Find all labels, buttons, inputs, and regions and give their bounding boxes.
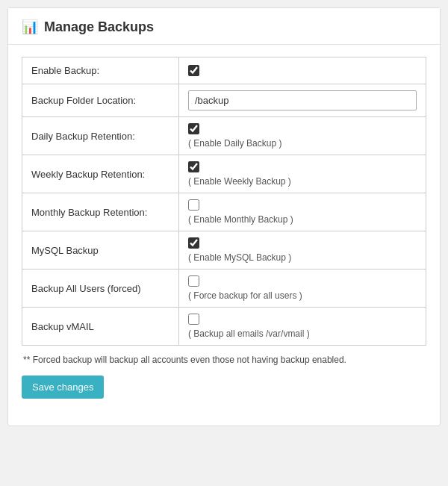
checkbox-backup-all-users[interactable] bbox=[188, 275, 199, 287]
checkbox-weekly-backup-retention[interactable] bbox=[188, 161, 199, 172]
footnote: ** Forced backup will backup all account… bbox=[22, 355, 426, 365]
checkbox-enable-backup[interactable] bbox=[188, 65, 199, 76]
checkbox-mysql-backup[interactable] bbox=[188, 237, 199, 249]
save-changes-button[interactable]: Save changes bbox=[22, 376, 104, 399]
table-row: Backup vMAIL( Backup all emails /var/vma… bbox=[22, 308, 426, 346]
page-title: Manage Backups bbox=[44, 19, 154, 35]
value-cell-mysql-backup: ( Enable MySQL Backup ) bbox=[179, 231, 426, 270]
checkbox-wrapper-mysql-backup: ( Enable MySQL Backup ) bbox=[188, 237, 417, 263]
settings-table: Enable Backup:Backup Folder Location:Dai… bbox=[22, 57, 426, 346]
label-cell-backup-all-users: Backup All Users (forced) bbox=[22, 270, 179, 308]
checkbox-label-weekly-backup-retention: ( Enable Weekly Backup ) bbox=[188, 176, 417, 187]
label-cell-backup-folder-location: Backup Folder Location: bbox=[22, 84, 179, 117]
checkbox-backup-vmail[interactable] bbox=[188, 314, 199, 325]
checkbox-row bbox=[188, 199, 417, 211]
table-row: MySQL Backup( Enable MySQL Backup ) bbox=[22, 231, 426, 270]
value-cell-backup-vmail: ( Backup all emails /var/vmail ) bbox=[179, 308, 426, 346]
label-cell-mysql-backup: MySQL Backup bbox=[22, 231, 179, 270]
value-cell-daily-backup-retention: ( Enable Daily Backup ) bbox=[179, 117, 426, 155]
value-cell-backup-folder-location bbox=[179, 84, 426, 117]
checkbox-wrapper-backup-vmail: ( Backup all emails /var/vmail ) bbox=[188, 314, 417, 339]
checkbox-row bbox=[188, 314, 417, 325]
checkbox-label-daily-backup-retention: ( Enable Daily Backup ) bbox=[188, 138, 417, 149]
checkbox-wrapper-backup-all-users: ( Force backup for all users ) bbox=[188, 275, 417, 301]
value-cell-backup-all-users: ( Force backup for all users ) bbox=[179, 270, 426, 308]
value-cell-weekly-backup-retention: ( Enable Weekly Backup ) bbox=[179, 155, 426, 193]
checkbox-label-monthly-backup-retention: ( Enable Monthly Backup ) bbox=[188, 214, 417, 225]
table-row: Backup Folder Location: bbox=[22, 84, 426, 117]
table-row: Monthly Backup Retention:( Enable Monthl… bbox=[22, 193, 426, 231]
content-area: Enable Backup:Backup Folder Location:Dai… bbox=[8, 45, 440, 411]
checkbox-row bbox=[188, 237, 417, 249]
checkbox-label-backup-vmail: ( Backup all emails /var/vmail ) bbox=[188, 328, 417, 339]
checkbox-wrapper-daily-backup-retention: ( Enable Daily Backup ) bbox=[188, 123, 417, 149]
checkbox-label-mysql-backup: ( Enable MySQL Backup ) bbox=[188, 252, 417, 263]
table-row: Enable Backup: bbox=[22, 57, 426, 84]
page-container: 📊 Manage Backups Enable Backup:Backup Fo… bbox=[7, 7, 441, 426]
table-row: Weekly Backup Retention:( Enable Weekly … bbox=[22, 155, 426, 193]
page-header: 📊 Manage Backups bbox=[8, 8, 440, 45]
checkbox-row bbox=[188, 123, 417, 134]
checkbox-row bbox=[188, 275, 417, 287]
label-cell-monthly-backup-retention: Monthly Backup Retention: bbox=[22, 193, 179, 231]
label-cell-weekly-backup-retention: Weekly Backup Retention: bbox=[22, 155, 179, 193]
checkbox-wrapper-enable-backup bbox=[188, 65, 417, 76]
value-cell-monthly-backup-retention: ( Enable Monthly Backup ) bbox=[179, 193, 426, 231]
checkbox-wrapper-weekly-backup-retention: ( Enable Weekly Backup ) bbox=[188, 161, 417, 187]
label-cell-daily-backup-retention: Daily Backup Retention: bbox=[22, 117, 179, 155]
text-input-backup-folder-location[interactable] bbox=[188, 90, 417, 110]
checkbox-daily-backup-retention[interactable] bbox=[188, 123, 199, 134]
checkbox-row bbox=[188, 65, 417, 76]
checkbox-label-backup-all-users: ( Force backup for all users ) bbox=[188, 290, 417, 301]
manage-backups-icon: 📊 bbox=[22, 19, 38, 35]
checkbox-wrapper-monthly-backup-retention: ( Enable Monthly Backup ) bbox=[188, 199, 417, 225]
checkbox-row bbox=[188, 161, 417, 172]
checkbox-monthly-backup-retention[interactable] bbox=[188, 199, 199, 211]
value-cell-enable-backup bbox=[179, 57, 426, 84]
table-row: Backup All Users (forced)( Force backup … bbox=[22, 270, 426, 308]
label-cell-enable-backup: Enable Backup: bbox=[22, 57, 179, 84]
label-cell-backup-vmail: Backup vMAIL bbox=[22, 308, 179, 346]
table-row: Daily Backup Retention:( Enable Daily Ba… bbox=[22, 117, 426, 155]
